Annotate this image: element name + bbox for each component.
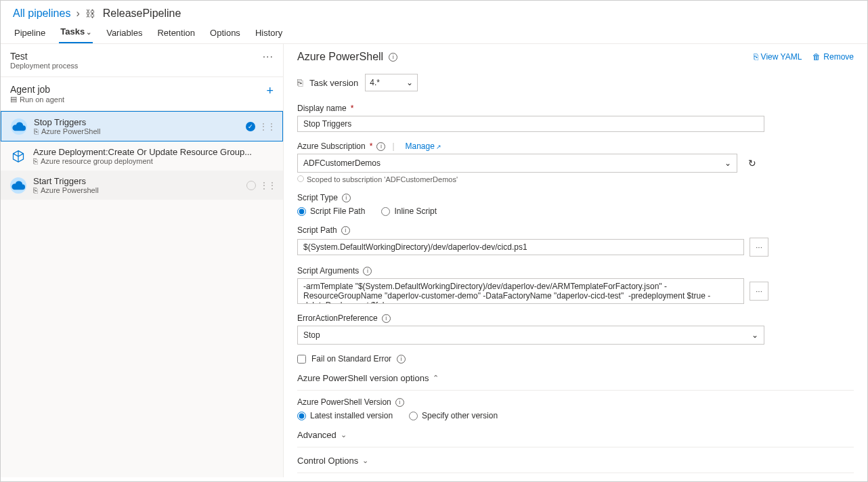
task-title: Azure Deployment:Create Or Update Resour…: [33, 147, 252, 157]
info-icon[interactable]: i: [376, 142, 385, 151]
task-title: Stop Triggers: [34, 117, 100, 127]
chevron-down-icon: ⌄: [724, 158, 731, 168]
tab-bar: Pipeline Tasks⌄ Variables Retention Opti…: [1, 24, 867, 44]
error-pref-label: ErrorActionPreference: [297, 313, 378, 323]
tab-history[interactable]: History: [254, 28, 284, 43]
required-marker: *: [351, 104, 354, 113]
trash-icon: 🗑: [812, 52, 821, 62]
refresh-button[interactable]: ↻: [743, 154, 762, 173]
chevron-right-icon: ›: [76, 7, 79, 20]
fail-on-stderr-checkbox[interactable]: [297, 355, 306, 364]
ps-version-section-toggle[interactable]: Azure PowerShell version options⌃: [297, 373, 854, 383]
task-version-label: Task version: [309, 78, 358, 88]
status-ok-icon: ✓: [246, 122, 255, 131]
task-subtitle: ⎘Azure Powershell: [33, 186, 99, 194]
task-version-value: 4.*: [370, 78, 380, 87]
chevron-down-icon: ⌄: [86, 28, 91, 36]
job-subtitle: ▤Run on agent: [10, 95, 64, 104]
chevron-up-icon: ⌃: [433, 374, 439, 382]
link-icon: ⎘: [297, 77, 303, 88]
radio-empty-icon: [297, 175, 304, 182]
task-subtitle: ⎘Azure resource group deployment: [33, 157, 252, 165]
tab-pipeline[interactable]: Pipeline: [13, 28, 47, 43]
control-options-toggle[interactable]: Control Options⌄: [297, 456, 854, 466]
tab-retention[interactable]: Retention: [156, 28, 196, 43]
server-icon: ▤: [10, 95, 17, 104]
breadcrumb: All pipelines › ⛓ ReleasePipeline: [1, 1, 867, 24]
scoped-note: Scoped to subscription 'ADFCustomerDemos…: [297, 175, 854, 183]
resource-group-icon: [10, 148, 26, 165]
drag-handle-icon[interactable]: ⋮⋮: [260, 183, 276, 188]
job-title: Agent job: [10, 84, 64, 95]
breadcrumb-root[interactable]: All pipelines: [13, 7, 70, 20]
link-icon: ⎘: [34, 127, 39, 135]
pipeline-icon: ⛓: [85, 8, 95, 19]
divider: [297, 390, 854, 391]
chevron-down-icon: ⌄: [341, 431, 347, 439]
add-task-button[interactable]: +: [266, 84, 274, 98]
task-row-azure-deployment[interactable]: Azure Deployment:Create Or Update Resour…: [1, 141, 283, 171]
tab-tasks-label: Tasks: [60, 26, 85, 37]
script-path-input[interactable]: [297, 239, 744, 255]
error-pref-select[interactable]: Stop ⌄: [297, 326, 764, 345]
advanced-section-toggle[interactable]: Advanced⌄: [297, 430, 854, 440]
stage-subtitle: Deployment process: [10, 62, 78, 70]
info-icon[interactable]: i: [382, 314, 391, 323]
error-pref-value: Stop: [303, 330, 320, 340]
subscription-select[interactable]: ADFCustomerDemos ⌄: [297, 154, 737, 173]
ps-version-latest-radio[interactable]: Latest installed version: [297, 411, 393, 420]
link-icon: ⎘: [33, 157, 38, 165]
info-icon[interactable]: i: [395, 398, 404, 407]
script-type-inline-radio[interactable]: Inline Script: [381, 206, 437, 216]
chevron-down-icon: ⌄: [362, 456, 368, 465]
tab-variables[interactable]: Variables: [105, 28, 144, 43]
browse-button[interactable]: ···: [750, 238, 768, 257]
ps-version-other-radio[interactable]: Specify other version: [409, 411, 498, 420]
powershell-icon: [11, 118, 27, 135]
panel-title: Azure PowerShell i: [297, 51, 397, 63]
chevron-down-icon: ⌄: [752, 330, 758, 340]
job-header[interactable]: Agent job ▤Run on agent +: [1, 77, 283, 111]
task-title: Start Triggers: [33, 176, 99, 186]
external-link-icon: ↗: [436, 144, 441, 150]
remove-button[interactable]: 🗑Remove: [812, 52, 854, 62]
pipeline-name: ReleasePipeline: [103, 7, 181, 20]
info-icon[interactable]: i: [389, 53, 397, 62]
tab-tasks[interactable]: Tasks⌄: [59, 26, 93, 43]
task-list-panel: Test Deployment process ··· Agent job ▤R…: [1, 44, 284, 477]
task-row-start-triggers[interactable]: Start Triggers ⎘Azure Powershell ⋮⋮: [1, 171, 283, 200]
powershell-icon: [10, 177, 26, 194]
view-yaml-button[interactable]: ⎘View YAML: [754, 52, 802, 62]
browse-button[interactable]: ···: [750, 282, 768, 301]
separator: |: [392, 141, 394, 151]
status-empty-icon: [246, 181, 256, 190]
ps-version-label: Azure PowerShell Version: [297, 397, 391, 407]
divider: [297, 447, 854, 447]
stage-title: Test: [10, 51, 78, 62]
script-args-input[interactable]: -armTemplate "$(System.DefaultWorkingDir…: [297, 278, 744, 304]
script-type-label: Script Type: [297, 193, 338, 202]
manage-link[interactable]: Manage↗: [406, 141, 441, 151]
script-type-file-radio[interactable]: Script File Path: [297, 206, 365, 216]
tab-options[interactable]: Options: [209, 28, 242, 43]
stage-header[interactable]: Test Deployment process ···: [1, 44, 283, 77]
info-icon[interactable]: i: [397, 355, 406, 364]
divider: [297, 473, 854, 473]
task-row-stop-triggers[interactable]: Stop Triggers ⎘Azure PowerShell ✓ ⋮⋮: [1, 111, 283, 141]
subscription-label: Azure Subscription: [297, 141, 366, 151]
required-marker: *: [370, 141, 373, 151]
display-name-input[interactable]: [297, 116, 764, 132]
subscription-value: ADFCustomerDemos: [303, 158, 381, 168]
task-detail-panel: Azure PowerShell i ⎘View YAML 🗑Remove ⎘ …: [284, 44, 867, 477]
task-version-select[interactable]: 4.* ⌄: [365, 74, 418, 91]
info-icon[interactable]: i: [342, 194, 351, 202]
task-subtitle: ⎘Azure PowerShell: [34, 127, 100, 135]
stage-more-button[interactable]: ···: [263, 51, 274, 63]
info-icon[interactable]: i: [363, 267, 372, 276]
drag-handle-icon[interactable]: ⋮⋮: [259, 124, 276, 129]
chevron-down-icon: ⌄: [406, 78, 413, 87]
script-path-label: Script Path: [297, 225, 337, 235]
info-icon[interactable]: i: [341, 226, 350, 235]
display-name-label: Display name: [297, 104, 347, 113]
link-icon: ⎘: [33, 186, 38, 194]
